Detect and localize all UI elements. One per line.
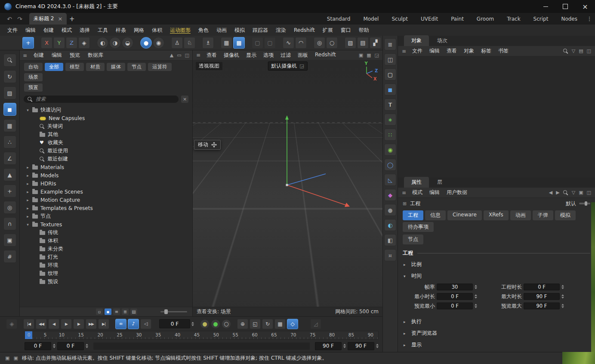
menu-item[interactable]: 工具 bbox=[94, 25, 112, 36]
layout-tab[interactable]: Nodes bbox=[555, 14, 584, 24]
attribute-mode-tab[interactable]: XRefs bbox=[484, 210, 509, 220]
preview-start-input[interactable]: 0 F bbox=[57, 342, 84, 350]
om-view-button[interactable]: ▤ bbox=[579, 49, 583, 53]
tree-expander-icon[interactable]: ▸ bbox=[26, 198, 30, 202]
am-search-button[interactable] bbox=[563, 190, 568, 195]
number-input[interactable]: 90 F bbox=[524, 293, 560, 300]
null-object-button[interactable]: ▢ bbox=[384, 68, 396, 80]
loop-toggle[interactable]: ∞ bbox=[115, 319, 126, 329]
tool-wrench-button[interactable]: ¤ bbox=[384, 249, 396, 261]
record-keyframe-button[interactable]: ● bbox=[200, 319, 210, 329]
attribute-manager-tab[interactable]: 属性 bbox=[404, 177, 429, 188]
enable-axis-button[interactable]: + bbox=[3, 185, 16, 197]
info-view-button[interactable]: ▤ bbox=[130, 308, 137, 315]
tree-item[interactable]: 纹理 bbox=[20, 269, 192, 278]
camera-menu-icon[interactable]: ◲ bbox=[299, 64, 304, 68]
document-tab[interactable]: 未标题 2 × bbox=[29, 13, 67, 25]
play-button[interactable]: ▶ bbox=[61, 319, 72, 329]
record-pla-toggle[interactable]: ◇ bbox=[287, 319, 298, 329]
menu-item[interactable]: 角色 bbox=[194, 25, 213, 36]
tree-item[interactable]: ▸ HDRIs bbox=[20, 179, 192, 188]
record-scale-toggle[interactable]: ◱ bbox=[250, 319, 261, 329]
torus-button[interactable]: ◎ bbox=[314, 37, 325, 49]
search-input[interactable]: 搜索 bbox=[24, 96, 179, 103]
status-icon-1[interactable]: ▣ bbox=[5, 356, 9, 361]
make-editable-button[interactable]: ↻ bbox=[3, 70, 16, 83]
texture-mode-button[interactable]: ▨ bbox=[3, 86, 16, 99]
collapse-caret-icon[interactable]: ▸ bbox=[404, 262, 408, 267]
menu-item[interactable]: 样条 bbox=[112, 25, 130, 36]
menu-item[interactable]: 运动图形 bbox=[166, 25, 194, 36]
move-tool-button[interactable]: + bbox=[22, 37, 34, 49]
spline-pen-button[interactable]: ∿ bbox=[283, 37, 294, 49]
goto-end-button[interactable]: ▶| bbox=[98, 319, 109, 329]
simulation-menu-button[interactable]: ♙ bbox=[171, 37, 183, 49]
viewport-menu-item[interactable]: 摄像机 bbox=[220, 50, 243, 60]
asset-browser-menu-item[interactable]: 预览 bbox=[66, 50, 84, 60]
cube-object-button[interactable]: ◼ bbox=[384, 83, 396, 96]
timeline-options-button[interactable]: ◿ bbox=[310, 319, 321, 329]
menu-item[interactable]: 窗口 bbox=[337, 25, 355, 36]
thumb-small-view-button[interactable]: ▫ bbox=[96, 308, 103, 315]
tree-item[interactable]: 预设 bbox=[20, 278, 192, 286]
camera-label[interactable]: 默认摄像机 ◲ bbox=[268, 62, 307, 71]
group-execution[interactable]: ▸ 执行 bbox=[398, 316, 595, 327]
tree-item[interactable]: ▾ 快速访问 bbox=[20, 106, 192, 114]
menu-item[interactable]: 网格 bbox=[130, 25, 148, 36]
tree-item[interactable]: ▸ Models bbox=[20, 171, 192, 179]
attribute-manager-menu-item[interactable]: 编辑 bbox=[426, 188, 443, 197]
model-mode-button[interactable]: ◼ bbox=[3, 103, 16, 116]
maximize-button[interactable] bbox=[555, 0, 575, 13]
tree-expander-icon[interactable]: ▾ bbox=[26, 222, 30, 227]
tree-item[interactable]: 体积 bbox=[20, 237, 192, 245]
timeline-ruler[interactable]: 051015202530354045505560657075808590 bbox=[25, 331, 379, 339]
cube-button[interactable]: ▧ bbox=[345, 37, 356, 49]
sound-toggle[interactable]: ♪ bbox=[128, 319, 139, 329]
disc-button[interactable]: ○ bbox=[326, 37, 338, 49]
next-key-button[interactable]: ▶▶ bbox=[86, 319, 97, 329]
collapse-caret-icon[interactable]: ▸ bbox=[404, 320, 408, 324]
tree-item[interactable]: 未分类 bbox=[20, 245, 192, 253]
group-display[interactable]: ▸ 显示 bbox=[398, 339, 595, 351]
menu-item[interactable]: 跟踪器 bbox=[249, 25, 272, 36]
tree-item[interactable]: 关键词 bbox=[20, 122, 192, 130]
tree-item[interactable]: 环境 bbox=[20, 261, 192, 269]
layout-tab[interactable]: Sculpt bbox=[385, 14, 414, 24]
vp-grid-icon[interactable]: ▦ bbox=[367, 53, 371, 58]
spinner-control[interactable] bbox=[561, 285, 564, 289]
volume-button[interactable]: ● bbox=[384, 204, 396, 216]
spinner-control[interactable] bbox=[561, 304, 564, 308]
layout-tab[interactable]: Script bbox=[527, 14, 555, 24]
menu-item[interactable]: 帮助 bbox=[355, 25, 373, 36]
tree-expander-icon[interactable]: ▸ bbox=[26, 190, 30, 194]
filter-chip[interactable]: 材质 bbox=[86, 63, 105, 71]
timeline-palette-icon[interactable]: ◈ bbox=[6, 319, 17, 329]
landscape-button[interactable]: ▞ bbox=[370, 37, 381, 49]
scene-nodes-icon[interactable]: ≣ bbox=[384, 38, 396, 50]
plane-button[interactable]: ▤ bbox=[357, 37, 369, 49]
group-scale[interactable]: ▸ 比例 bbox=[398, 259, 595, 270]
spinner-control[interactable] bbox=[376, 344, 379, 348]
attribute-mode-tab[interactable]: 动画 bbox=[510, 210, 531, 220]
menu-item[interactable]: 模式 bbox=[58, 25, 76, 36]
am-float-button[interactable]: ◫ bbox=[587, 190, 591, 195]
ab-up-icon[interactable]: ▲ bbox=[170, 53, 173, 58]
filter-chip[interactable]: 运算符 bbox=[148, 63, 172, 71]
tree-expander-icon[interactable]: ▸ bbox=[26, 206, 30, 210]
undo-button[interactable]: ↶ bbox=[4, 14, 15, 24]
field-button[interactable]: ◉ bbox=[384, 144, 396, 156]
menu-item[interactable]: Redshift bbox=[290, 25, 319, 35]
polygons-mode-button[interactable]: ▲ bbox=[3, 168, 16, 181]
tree-item[interactable]: ▾ Textures bbox=[20, 220, 192, 228]
tree-item[interactable]: ▸ Motion Capture bbox=[20, 196, 192, 204]
character-menu-button[interactable]: ♘ bbox=[184, 37, 195, 49]
attribute-mode-tab[interactable]: 待办事项 bbox=[403, 222, 434, 232]
y-axis-lock-button[interactable]: Y bbox=[53, 37, 65, 49]
viewport-menu-icon[interactable]: ≡ bbox=[196, 52, 200, 58]
menu-item[interactable]: 体积 bbox=[148, 25, 166, 36]
record-parameter-toggle[interactable]: ▦ bbox=[274, 319, 286, 329]
tree-expander-icon[interactable]: ▸ bbox=[26, 165, 30, 170]
asset-browser-menu-item[interactable]: 编辑 bbox=[48, 50, 66, 60]
object-manager-menu-item[interactable]: 书签 bbox=[495, 46, 512, 56]
filter-chip[interactable]: 媒体 bbox=[107, 63, 125, 71]
